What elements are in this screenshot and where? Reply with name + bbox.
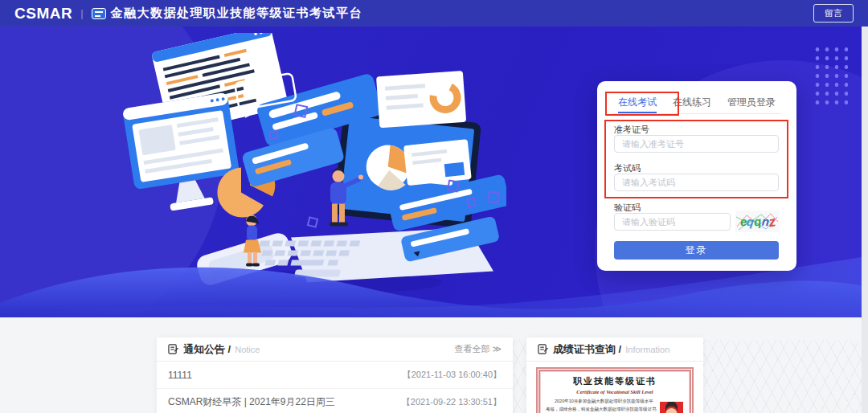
nav-divider: | bbox=[80, 7, 83, 19]
admission-number-input[interactable] bbox=[614, 135, 779, 153]
certificate-text-cn: 2020年10月参加金融大数据处理职业技能等级水平考核，成绩合格，特发金融大数据… bbox=[546, 398, 657, 413]
captcha-image[interactable]: e q q n z bbox=[735, 211, 780, 232]
notice-item-title: 11111 bbox=[168, 370, 192, 381]
tab-admin-login[interactable]: 管理员登录 bbox=[727, 92, 776, 113]
notice-row[interactable]: CSMAR财经早茶 | 2021年9月22日周三 【2021-09-22 13:… bbox=[157, 388, 513, 413]
bottom-section: 通知公告 / Notice 查看全部 ≫ 11111 【2021-11-03 1… bbox=[0, 317, 868, 413]
notice-item-time: 【2021-09-22 13:30:51】 bbox=[402, 396, 502, 408]
certificate-title: 职业技能等级证书 bbox=[546, 375, 684, 387]
platform-badge-icon bbox=[92, 8, 106, 19]
tab-online-practice[interactable]: 在线练习 bbox=[673, 92, 711, 113]
hero-banner: 在线考试 在线练习 管理员登录 准考证号 考试码 验证码 e q q n z 登… bbox=[0, 27, 868, 317]
captcha-input[interactable] bbox=[614, 213, 731, 231]
certificate-panel-subtitle: Information bbox=[625, 345, 669, 354]
memo-icon bbox=[538, 344, 548, 354]
exam-code-input[interactable] bbox=[614, 174, 779, 191]
certificate-photo bbox=[660, 402, 683, 413]
notice-item-title: CSMAR财经早茶 | 2021年9月22日周三 bbox=[168, 395, 335, 409]
login-button[interactable]: 登录 bbox=[614, 241, 779, 260]
certificate-panel-header: 成绩证书查询 / Information bbox=[526, 337, 703, 362]
csmar-logo: CSMAR bbox=[14, 5, 72, 22]
message-button[interactable]: 留言 bbox=[813, 4, 854, 22]
scrollbar[interactable] bbox=[862, 27, 868, 413]
login-tabs: 在线考试 在线练习 管理员登录 bbox=[613, 92, 780, 114]
donut-card-illustration bbox=[376, 71, 466, 128]
certificate-panel: 成绩证书查询 / Information 职业技能等级证书 Certificat… bbox=[526, 337, 703, 413]
navbar: CSMAR | 金融大数据处理职业技能等级证书考试平台 留言 bbox=[0, 0, 868, 27]
exam-code-label: 考试码 bbox=[614, 162, 641, 174]
notice-item-time: 【2021-11-03 16:00:40】 bbox=[403, 369, 502, 381]
login-card: 在线考试 在线练习 管理员登录 准考证号 考试码 验证码 e q q n z 登… bbox=[597, 81, 796, 271]
hero-dot-grid bbox=[813, 45, 848, 106]
view-all-link[interactable]: 查看全部 ≫ bbox=[454, 343, 502, 355]
chevron-double-right-icon: ≫ bbox=[492, 344, 502, 354]
tab-online-exam[interactable]: 在线考试 bbox=[618, 92, 657, 113]
memo-icon bbox=[168, 344, 178, 354]
certificate-panel-title: 成绩证书查询 / bbox=[553, 342, 621, 357]
right-card-illustration bbox=[403, 139, 472, 186]
notice-panel: 通知公告 / Notice 查看全部 ≫ 11111 【2021-11-03 1… bbox=[157, 337, 513, 413]
notice-subtitle: Notice bbox=[235, 345, 260, 354]
notice-title: 通知公告 / bbox=[183, 342, 231, 357]
certificate-image: 职业技能等级证书 Certificate of Vocational Skill… bbox=[536, 367, 694, 413]
platform-title: 金融大数据处理职业技能等级证书考试平台 bbox=[111, 6, 363, 21]
notice-panel-header: 通知公告 / Notice 查看全部 ≫ bbox=[157, 337, 513, 362]
captcha-label: 验证码 bbox=[614, 202, 641, 214]
certificate-subtitle: Certificate of Vocational Skill Level bbox=[546, 389, 684, 395]
admission-number-label: 准考证号 bbox=[614, 124, 649, 136]
notice-row[interactable]: 11111 【2021-11-03 16:00:40】 bbox=[157, 362, 513, 388]
view-all-label: 查看全部 bbox=[454, 343, 489, 355]
